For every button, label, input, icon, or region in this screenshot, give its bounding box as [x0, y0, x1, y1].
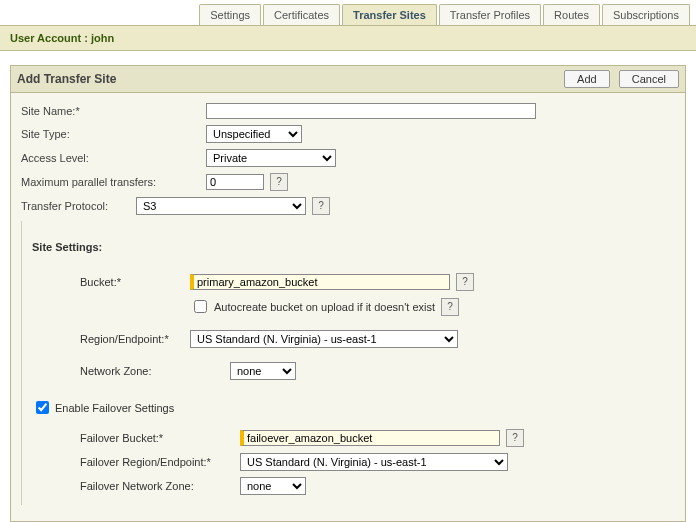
region-label: Region/Endpoint:* [80, 333, 190, 345]
cancel-button[interactable]: Cancel [619, 70, 679, 88]
failover-bucket-input[interactable] [240, 430, 500, 446]
site-settings-heading: Site Settings: [32, 241, 671, 253]
tab-settings[interactable]: Settings [199, 4, 261, 25]
failover-zone-label: Failover Network Zone: [80, 480, 240, 492]
network-zone-label: Network Zone: [80, 365, 230, 377]
enable-failover-checkbox[interactable] [36, 401, 49, 414]
bucket-label: Bucket:* [80, 276, 190, 288]
add-button[interactable]: Add [564, 70, 610, 88]
user-account-bar: User Account : john [0, 26, 696, 51]
failover-bucket-label: Failover Bucket:* [80, 432, 240, 444]
max-parallel-label: Maximum parallel transfers: [21, 176, 206, 188]
panel-title: Add Transfer Site [17, 72, 116, 86]
panel-body: Site Name:* Site Type: Unspecified Acces… [11, 93, 685, 521]
autocreate-checkbox[interactable] [194, 300, 207, 313]
site-type-select[interactable]: Unspecified [206, 125, 302, 143]
enable-failover-label: Enable Failover Settings [55, 402, 174, 414]
tab-transfer-sites[interactable]: Transfer Sites [342, 4, 437, 25]
bucket-input[interactable] [190, 274, 450, 290]
top-tabs: Settings Certificates Transfer Sites Tra… [0, 0, 696, 26]
site-name-label: Site Name:* [21, 105, 206, 117]
transfer-protocol-select[interactable]: S3 [136, 197, 306, 215]
max-parallel-input[interactable] [206, 174, 264, 190]
transfer-protocol-label: Transfer Protocol: [21, 200, 136, 212]
panel-header: Add Transfer Site Add Cancel [11, 66, 685, 93]
failover-region-select[interactable]: US Standard (N. Virginia) - us-east-1 [240, 453, 508, 471]
access-level-label: Access Level: [21, 152, 206, 164]
help-icon[interactable]: ? [270, 173, 288, 191]
add-transfer-site-panel: Add Transfer Site Add Cancel Site Name:*… [10, 65, 686, 522]
help-icon[interactable]: ? [441, 298, 459, 316]
failover-region-label: Failover Region/Endpoint:* [80, 456, 240, 468]
site-name-input[interactable] [206, 103, 536, 119]
region-select[interactable]: US Standard (N. Virginia) - us-east-1 [190, 330, 458, 348]
autocreate-label: Autocreate bucket on upload if it doesn'… [214, 301, 435, 313]
help-icon[interactable]: ? [312, 197, 330, 215]
tab-routes[interactable]: Routes [543, 4, 600, 25]
access-level-select[interactable]: Private [206, 149, 336, 167]
tab-certificates[interactable]: Certificates [263, 4, 340, 25]
network-zone-select[interactable]: none [230, 362, 296, 380]
site-type-label: Site Type: [21, 128, 206, 140]
failover-zone-select[interactable]: none [240, 477, 306, 495]
site-settings-section: Site Settings: Bucket:* ? Autocreate buc… [21, 221, 675, 505]
help-icon[interactable]: ? [506, 429, 524, 447]
tab-subscriptions[interactable]: Subscriptions [602, 4, 690, 25]
tab-transfer-profiles[interactable]: Transfer Profiles [439, 4, 541, 25]
help-icon[interactable]: ? [456, 273, 474, 291]
